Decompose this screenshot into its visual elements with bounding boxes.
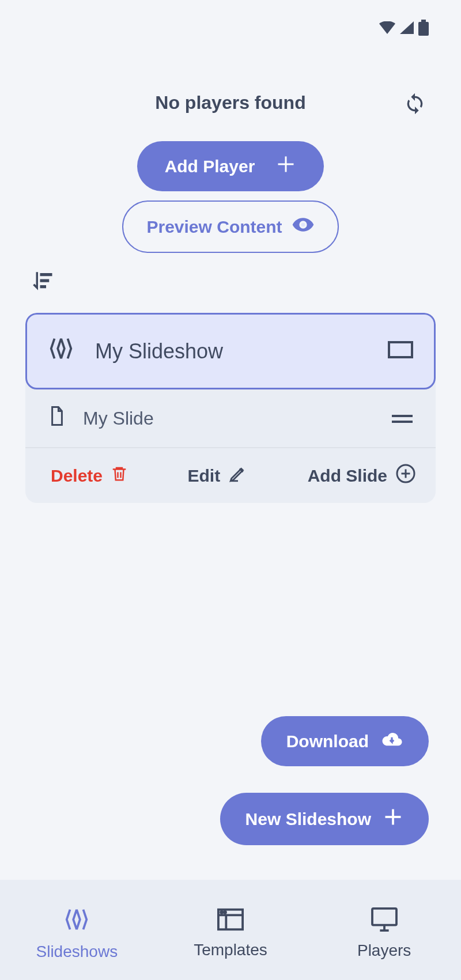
tab-bar: Slideshows Templates Players (0, 880, 461, 980)
preview-content-label: Preview Content (146, 217, 282, 237)
slideshow-card: My Slideshow My Slide Delete Edit (25, 313, 436, 503)
svg-rect-5 (40, 273, 52, 276)
add-player-label: Add Player (165, 157, 255, 176)
refresh-icon (403, 92, 426, 115)
tab-slideshows-label: Slideshows (36, 943, 118, 961)
slide-row[interactable]: My Slide (25, 389, 436, 448)
eye-icon (292, 213, 315, 240)
template-icon (217, 908, 244, 935)
slideshow-actions: Delete Edit Add Slide (25, 448, 436, 503)
svg-rect-1 (418, 22, 429, 36)
tab-players-label: Players (357, 941, 411, 960)
svg-rect-7 (40, 285, 47, 288)
add-player-button[interactable]: Add Player (137, 141, 324, 191)
slide-title: My Slide (83, 408, 154, 429)
svg-rect-6 (40, 279, 50, 282)
delete-label: Delete (51, 466, 103, 486)
add-slide-label: Add Slide (308, 466, 387, 486)
new-slideshow-button[interactable]: New Slideshow (220, 793, 429, 845)
wifi-icon (379, 21, 395, 36)
plus-circle-icon (395, 463, 416, 488)
pencil-icon (228, 464, 248, 487)
plus-icon (275, 154, 296, 179)
svg-rect-9 (392, 415, 413, 417)
plus-icon (383, 807, 403, 831)
slideshow-header[interactable]: My Slideshow (25, 313, 436, 389)
sort-button[interactable] (30, 269, 461, 296)
file-icon (48, 406, 66, 431)
edit-label: Edit (188, 466, 221, 486)
tab-templates[interactable]: Templates (154, 901, 308, 959)
battery-icon (418, 20, 429, 38)
drag-handle-icon[interactable] (392, 408, 413, 429)
svg-rect-0 (421, 20, 426, 22)
tab-players[interactable]: Players (307, 900, 461, 960)
delete-button[interactable]: Delete (51, 464, 128, 487)
cloud-download-icon (380, 730, 403, 752)
svg-point-22 (221, 911, 222, 913)
add-slide-button[interactable]: Add Slide (308, 463, 416, 488)
status-bar (379, 20, 429, 38)
fab-container: Download New Slideshow (220, 716, 429, 845)
preview-content-button[interactable]: Preview Content (122, 200, 338, 253)
landscape-icon (388, 339, 413, 364)
refresh-button[interactable] (403, 92, 426, 118)
slides-icon (63, 906, 90, 937)
download-button[interactable]: Download (261, 716, 429, 766)
svg-rect-10 (392, 421, 413, 423)
trash-icon (111, 464, 128, 487)
edit-button[interactable]: Edit (188, 464, 248, 487)
tab-templates-label: Templates (194, 941, 267, 959)
svg-point-23 (224, 911, 226, 913)
new-slideshow-label: New Slideshow (245, 809, 371, 829)
sort-icon (30, 269, 54, 293)
slides-icon (48, 335, 74, 367)
slideshow-title: My Slideshow (95, 339, 223, 364)
cellular-icon (400, 21, 414, 36)
download-label: Download (286, 732, 369, 751)
svg-rect-24 (372, 908, 396, 925)
svg-rect-8 (389, 342, 412, 357)
svg-point-4 (301, 223, 305, 227)
monitor-icon (371, 907, 398, 936)
tab-slideshows[interactable]: Slideshows (0, 899, 154, 961)
no-players-text: No players found (0, 92, 461, 113)
